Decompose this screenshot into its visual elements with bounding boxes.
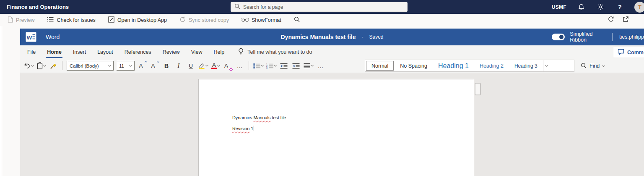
signed-in-user[interactable]: ties.philipp <box>619 34 644 40</box>
fo-search-button[interactable] <box>294 16 300 24</box>
settings-gear-icon[interactable] <box>596 3 605 12</box>
glasses-icon <box>242 17 249 23</box>
font-color-label: A <box>212 63 216 67</box>
style-normal[interactable]: Normal <box>366 61 394 71</box>
toolbar-divider <box>62 61 62 70</box>
sync-stored-copy-label: Sync stored copy <box>189 17 229 23</box>
tab-file[interactable]: File <box>27 45 36 59</box>
left-gutter-strip <box>0 26 2 176</box>
grow-font-button[interactable]: A <box>138 60 147 72</box>
preview-label: Preview <box>16 17 34 23</box>
bold-button[interactable]: B <box>162 60 171 72</box>
decrease-indent-button[interactable] <box>279 60 288 72</box>
undo-button[interactable] <box>23 60 34 72</box>
tab-help[interactable]: Help <box>214 45 225 59</box>
chevron-up-icon <box>145 61 147 63</box>
open-in-desktop-button[interactable]: Open in Desktop App <box>108 16 167 24</box>
chevron-down-icon <box>43 64 46 67</box>
edit-square-icon <box>108 16 114 24</box>
fo-nav-right: USMF ? T <box>552 0 644 14</box>
help-icon[interactable]: ? <box>615 3 624 12</box>
svg-text:3: 3 <box>266 67 267 69</box>
simplified-ribbon-toggle[interactable] <box>552 34 565 40</box>
find-button[interactable]: Find <box>581 59 605 73</box>
style-heading-1[interactable]: Heading 1 <box>433 60 474 71</box>
simplified-ribbon-label: Simplified Ribbon <box>570 31 605 43</box>
ribbon-toolbar: Calibri (Body) 11 A A B I U A <box>20 59 644 73</box>
fo-action-toolbar: Preview Check for issues Open in Desktop… <box>0 14 644 26</box>
refresh-icon[interactable] <box>608 16 614 24</box>
popout-icon[interactable] <box>623 16 629 24</box>
document-title[interactable]: Dynamics Manuals test file <box>281 34 356 40</box>
fo-toolbar-right <box>608 14 629 26</box>
chevron-down-icon <box>311 64 314 67</box>
ribbon-tab-row: File Home Insert Layout References Revie… <box>20 45 644 59</box>
notifications-bell-icon[interactable] <box>576 3 586 12</box>
search-icon <box>234 3 240 11</box>
toggle-knob <box>559 35 564 39</box>
chevron-down-icon <box>261 64 264 67</box>
font-color-glyph: A <box>211 63 217 69</box>
chevron-down-icon <box>274 64 277 67</box>
bullets-button[interactable] <box>253 60 263 72</box>
line-spacing-button[interactable] <box>304 60 313 72</box>
check-for-issues-button[interactable]: Check for issues <box>47 16 95 24</box>
text-cursor <box>254 126 254 131</box>
titlebar-divider <box>612 33 613 41</box>
font-size-value: 11 <box>119 63 124 68</box>
more-paragraph-options-button[interactable]: … <box>316 60 325 72</box>
shrink-font-button[interactable]: A <box>150 60 159 72</box>
app-title: Finance and Operations <box>7 4 69 10</box>
grow-font-label: A <box>139 63 143 69</box>
page-preview-icon <box>8 16 13 24</box>
find-label: Find <box>589 63 600 69</box>
document-page[interactable]: Dynamics Manuals test file Revision 1 <box>198 79 474 176</box>
chevron-down-icon <box>129 64 132 67</box>
tell-me-box[interactable]: Tell me what you want to do <box>238 48 312 56</box>
checklist-icon <box>47 16 54 24</box>
increase-indent-button[interactable] <box>291 60 301 72</box>
word-logo-icon: W <box>26 32 36 42</box>
styles-gallery: Normal No Spacing Heading 1 Heading 2 He… <box>365 60 574 72</box>
comments-button[interactable]: Comments <box>613 47 644 58</box>
search-input[interactable] <box>243 4 404 10</box>
italic-button[interactable]: I <box>174 60 183 72</box>
chevron-down-icon <box>217 64 220 67</box>
tab-insert[interactable]: Insert <box>73 45 86 59</box>
showformat-button[interactable]: ShowFormat <box>242 17 281 23</box>
doc-text: Dynamics <box>232 115 253 120</box>
underline-button[interactable]: U <box>186 60 195 72</box>
format-painter-button[interactable] <box>49 60 58 72</box>
sync-stored-copy-button[interactable]: Sync stored copy <box>179 16 229 24</box>
fo-top-navbar: Finance and Operations USMF ? T <box>0 0 644 14</box>
doc-line-1[interactable]: Dynamics Manuals test file <box>232 112 474 123</box>
styles-dropdown-button[interactable] <box>543 60 550 71</box>
style-heading-3[interactable]: Heading 3 <box>509 60 543 71</box>
font-name-combo[interactable]: Calibri (Body) <box>67 61 114 71</box>
user-avatar[interactable]: T <box>634 2 644 13</box>
tab-layout[interactable]: Layout <box>97 45 113 59</box>
font-size-combo[interactable]: 11 <box>117 61 135 71</box>
save-status: Saved <box>369 34 383 40</box>
svg-text:W: W <box>27 34 32 41</box>
scrollbar-thumb[interactable] <box>475 83 481 95</box>
tab-view[interactable]: View <box>191 45 203 59</box>
numbering-button[interactable]: 123 <box>266 60 276 72</box>
font-color-button[interactable]: A <box>211 60 220 72</box>
more-font-options-button[interactable]: … <box>235 60 244 72</box>
paste-button[interactable] <box>36 60 46 72</box>
tab-review[interactable]: Review <box>163 45 180 59</box>
doc-line-2[interactable]: Revision 1 <box>232 123 474 134</box>
tab-references[interactable]: References <box>125 45 151 59</box>
preview-button[interactable]: Preview <box>8 16 34 24</box>
highlight-button[interactable] <box>198 60 208 72</box>
misspelled-word: Manuals <box>253 115 270 120</box>
page-search-box[interactable] <box>231 2 408 12</box>
text-effects-button[interactable]: A <box>223 60 232 72</box>
company-selector[interactable]: USMF <box>552 4 566 10</box>
tab-home[interactable]: Home <box>47 45 62 59</box>
style-heading-2[interactable]: Heading 2 <box>474 60 509 71</box>
word-app-name: Word <box>46 34 60 40</box>
style-no-spacing[interactable]: No Spacing <box>395 60 433 71</box>
lightbulb-icon <box>238 48 244 56</box>
